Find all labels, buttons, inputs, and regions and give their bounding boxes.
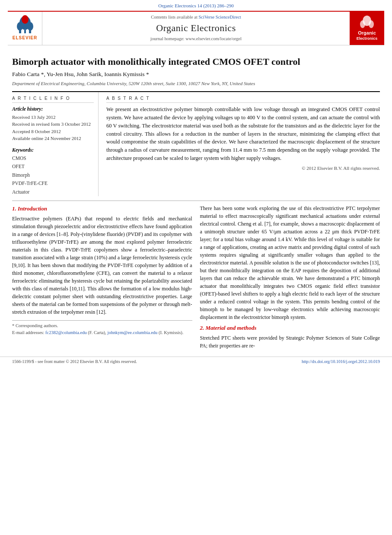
- svg-point-9: [369, 20, 374, 28]
- keyword-pvdf: PVDF-TrFE-CFE: [12, 179, 94, 188]
- accepted-date: Accepted 8 October 2012: [12, 128, 94, 135]
- badge-line1: Organic: [357, 30, 378, 36]
- section1-title: 1. Introduction: [12, 204, 192, 213]
- sciverse-link[interactable]: SciVerse ScienceDirect: [198, 15, 241, 19]
- bottom-bar: 1566-1199/$ - see front matter © 2012 El…: [0, 357, 392, 366]
- badge-icon: [357, 16, 378, 30]
- keyword-ofet: OFET: [12, 162, 94, 171]
- abstract-text: We present an electrostrictive polymer b…: [106, 105, 380, 162]
- main-content: Bimorph actuator with monolithically int…: [0, 45, 392, 352]
- elsevier-wordmark: ELSEVIER: [13, 35, 37, 41]
- keyword-cmos: CMOS: [12, 154, 94, 163]
- keywords-block: Keywords: CMOS OFET Bimorph PVDF-TrFE-CF…: [12, 146, 94, 197]
- email2-link[interactable]: johnkym@ee.columbia.edu: [108, 330, 158, 335]
- section2-title: 2. Material and methods: [200, 324, 380, 332]
- journal-header: ELSEVIER Contents lists available at Sci…: [8, 11, 384, 45]
- footnotes: * Corresponding authors. E-mail addresse…: [12, 320, 192, 336]
- page-container: Organic Electronics 14 (2013) 286–290 EL…: [0, 0, 392, 535]
- homepage-text: journal homepage: www.elsevier.com/locat…: [150, 36, 242, 41]
- revised-date: Received in revised form 3 October 2012: [12, 121, 94, 128]
- history-label: Article history:: [12, 105, 94, 112]
- body-col-right: There has been some work exploring the u…: [200, 204, 380, 352]
- journal-badge-area: Organic Electronics: [350, 12, 384, 45]
- contents-text: Contents lists available at: [151, 15, 198, 19]
- contents-available-line: Contents lists available at SciVerse Sci…: [151, 14, 241, 21]
- article-authors: Fabio Carta *, Yu-Jen Hsu, John Sarik, I…: [12, 70, 380, 79]
- journal-homepage: journal homepage: www.elsevier.com/locat…: [150, 36, 242, 42]
- section2-col2-p1: Stretched PTC sheets were provided by St…: [200, 334, 380, 350]
- journal-title: Organic Electronics: [156, 22, 236, 35]
- article-history-block: Article history: Received 13 July 2012 R…: [12, 105, 94, 142]
- copyright-line: © 2012 Elsevier B.V. All rights reserved…: [106, 165, 380, 172]
- elsevier-logo-area: ELSEVIER: [8, 12, 42, 45]
- svg-rect-0: [24, 30, 26, 33]
- svg-rect-5: [29, 28, 31, 33]
- elsevier-tree-icon: [15, 15, 35, 34]
- received-date: Received 13 July 2012: [12, 114, 94, 121]
- article-affiliation: Department of Electrical Engineering, Co…: [12, 80, 380, 87]
- email-label: E-mail addresses:: [12, 330, 44, 335]
- svg-rect-4: [19, 28, 21, 33]
- issn-text: 1566-1199/$ - see front matter © 2012 El…: [12, 359, 137, 365]
- email1-name: (F. Carta),: [88, 330, 106, 335]
- section1-col2-p1: There has been some work exploring the u…: [200, 204, 380, 321]
- email1-link[interactable]: fc2382@columbia.edu: [45, 330, 87, 335]
- article-info-header: A R T I C L E I N F O: [12, 96, 94, 103]
- email2-name: (I. Kymissis).: [159, 330, 183, 335]
- authors-text: Fabio Carta *, Yu-Jen Hsu, John Sarik, I…: [12, 71, 149, 77]
- body-col-left: 1. Introduction Electroactive polymers (…: [12, 204, 192, 352]
- abstract-header: A B S T R A C T: [106, 96, 380, 103]
- elsevier-logo: ELSEVIER: [13, 15, 37, 41]
- section1-col1-p1: Electroactive polymers (EAPs) that respo…: [12, 215, 192, 316]
- svg-point-6: [22, 15, 29, 24]
- body-columns: 1. Introduction Electroactive polymers (…: [12, 201, 380, 352]
- keywords-label: Keywords:: [12, 146, 94, 153]
- abstract-column: A B S T R A C T We present an electrostr…: [106, 92, 380, 196]
- keyword-actuator: Actuator: [12, 188, 94, 197]
- doi-link[interactable]: http://dx.doi.org/10.1016/j.orgel.2012.1…: [302, 359, 380, 365]
- info-abstract-columns: A R T I C L E I N F O Article history: R…: [12, 91, 380, 196]
- keyword-bimorph: Bimorph: [12, 171, 94, 180]
- badge-line2: Electronics: [357, 36, 378, 41]
- journal-header-center: Contents lists available at SciVerse Sci…: [42, 12, 350, 45]
- corresponding-note: * Corresponding authors.: [12, 322, 192, 329]
- article-title: Bimorph actuator with monolithically int…: [12, 56, 380, 68]
- journal-badge: Organic Electronics: [357, 16, 378, 41]
- badge-logo-icon: [357, 16, 376, 29]
- journal-citation-text: Organic Electronics 14 (2013) 286–290: [158, 3, 234, 8]
- journal-citation: Organic Electronics 14 (2013) 286–290: [0, 0, 392, 11]
- email-note: E-mail addresses: fc2382@columbia.edu (F…: [12, 329, 192, 336]
- svg-point-8: [360, 20, 365, 28]
- article-info-column: A R T I C L E I N F O Article history: R…: [12, 92, 99, 196]
- available-date: Available online 24 November 2012: [12, 135, 94, 142]
